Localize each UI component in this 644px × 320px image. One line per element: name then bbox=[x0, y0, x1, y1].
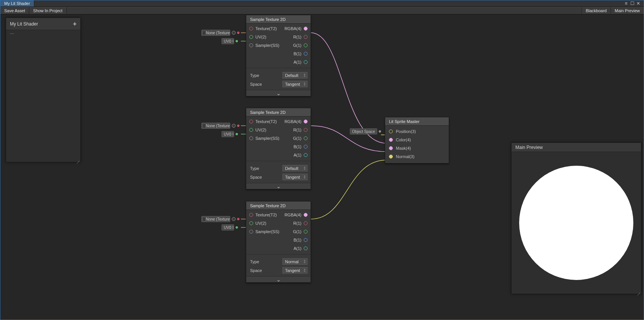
node-header[interactable]: Lit Sprite Master bbox=[385, 117, 449, 126]
connector-dot-icon bbox=[236, 133, 238, 135]
title-bar[interactable]: My Lit Shader ≡ ☐ ✕ bbox=[0, 0, 644, 7]
expand-preview-button[interactable]: ⌄ bbox=[246, 183, 311, 189]
port-in-normal[interactable] bbox=[389, 155, 393, 158]
type-dropdown[interactable]: Default‡ bbox=[282, 165, 308, 171]
blackboard-header[interactable]: My Lit Shader + bbox=[6, 18, 80, 30]
node-sample-texture-2d[interactable]: Sample Texture 2D Texture(T2) RGBA(4) UV… bbox=[246, 201, 311, 283]
port-label: B(1) bbox=[293, 51, 301, 56]
port-in-uv[interactable] bbox=[249, 35, 253, 39]
graph-canvas[interactable]: My Lit Shader + — Sample Text bbox=[1, 15, 643, 319]
port-in-position[interactable] bbox=[389, 130, 393, 133]
slot-output-icon bbox=[232, 217, 236, 221]
port-in-texture[interactable] bbox=[249, 27, 253, 30]
port-out-rgba[interactable] bbox=[304, 120, 308, 123]
port-out-a[interactable] bbox=[304, 60, 308, 64]
port-out-rgba[interactable] bbox=[304, 27, 308, 30]
node-lit-sprite-master[interactable]: Lit Sprite Master Object Space Position(… bbox=[385, 117, 449, 163]
preview-sphere[interactable] bbox=[519, 166, 633, 280]
close-icon[interactable]: ✕ bbox=[635, 1, 641, 6]
port-label: Texture(T2) bbox=[255, 119, 277, 124]
port-label: A(1) bbox=[293, 153, 301, 157]
port-out-r[interactable] bbox=[304, 221, 308, 225]
port-out-rgba[interactable] bbox=[304, 213, 308, 217]
port-in-color[interactable] bbox=[389, 138, 393, 142]
texture-slot[interactable]: None (Texture bbox=[201, 216, 239, 222]
chevron-down-icon: ‡ bbox=[303, 82, 306, 86]
port-out-g[interactable] bbox=[304, 136, 308, 140]
chevron-down-icon: ⌄ bbox=[276, 278, 281, 282]
space-dropdown[interactable]: Tangent‡ bbox=[282, 174, 308, 180]
type-dropdown[interactable]: Default‡ bbox=[282, 72, 308, 78]
main-preview-panel[interactable]: Main Preview bbox=[511, 142, 641, 294]
port-in-sampler[interactable] bbox=[249, 136, 253, 140]
port-label: Sampler(SS) bbox=[255, 43, 279, 48]
port-label: UV(2) bbox=[255, 128, 266, 132]
port-label: B(1) bbox=[293, 144, 301, 149]
node-sample-texture-2d[interactable]: Sample Texture 2D Texture(T2) RGBA(4) UV… bbox=[246, 108, 311, 189]
save-asset-button[interactable]: Save Asset bbox=[0, 7, 29, 14]
connector-dot-icon bbox=[237, 125, 239, 127]
texture-swatch-icon bbox=[204, 218, 204, 221]
port-in-texture[interactable] bbox=[249, 120, 253, 123]
uv-slot[interactable]: UV0‡ bbox=[222, 224, 238, 230]
space-label: Space bbox=[250, 175, 262, 179]
type-label: Type bbox=[250, 73, 259, 78]
resize-handle-icon[interactable] bbox=[76, 157, 80, 161]
node-header[interactable]: Sample Texture 2D bbox=[246, 202, 311, 210]
space-dropdown[interactable]: Tangent‡ bbox=[282, 267, 308, 274]
uv-slot[interactable]: UV0‡ bbox=[222, 38, 238, 44]
port-out-a[interactable] bbox=[304, 153, 308, 157]
texture-slot[interactable]: None (Texture bbox=[201, 123, 239, 129]
main-preview-header[interactable]: Main Preview bbox=[512, 143, 641, 152]
chevron-down-icon: ⌄ bbox=[276, 184, 281, 188]
window-tab[interactable]: My Lit Shader bbox=[0, 0, 34, 6]
port-in-mask[interactable] bbox=[389, 146, 393, 150]
port-label: RGBA(4) bbox=[284, 26, 301, 31]
port-out-r[interactable] bbox=[304, 128, 308, 132]
blackboard-panel[interactable]: My Lit Shader + — bbox=[6, 18, 81, 162]
port-in-texture[interactable] bbox=[249, 213, 253, 217]
dropdown-arrow-icon: ‡ bbox=[232, 39, 234, 43]
main-preview-toggle-button[interactable]: Main Preview bbox=[611, 7, 644, 14]
port-out-b[interactable] bbox=[304, 52, 308, 56]
node-sample-texture-2d[interactable]: Sample Texture 2D Texture(T2) RGBA(4) UV… bbox=[246, 15, 311, 96]
window-controls: ≡ ☐ ✕ bbox=[623, 1, 644, 6]
port-in-sampler[interactable] bbox=[249, 43, 253, 47]
port-out-b[interactable] bbox=[304, 238, 308, 242]
connector-dot-icon bbox=[237, 218, 239, 220]
blackboard-title: My Lit Shader bbox=[10, 21, 38, 27]
texture-slot[interactable]: None (Texture bbox=[201, 30, 239, 36]
show-in-project-button[interactable]: Show In Project bbox=[29, 7, 67, 14]
space-dropdown[interactable]: Tangent‡ bbox=[282, 81, 308, 87]
toolbar: Save Asset Show In Project Blackboard Ma… bbox=[0, 7, 644, 14]
expand-preview-button[interactable]: ⌄ bbox=[246, 276, 311, 282]
maximize-icon[interactable]: ☐ bbox=[629, 1, 635, 6]
connector-dot-icon bbox=[236, 40, 238, 42]
position-space-slot[interactable]: Object Space bbox=[350, 127, 381, 136]
port-out-r[interactable] bbox=[304, 35, 308, 39]
port-label: G(1) bbox=[293, 229, 301, 234]
blackboard-toggle-button[interactable]: Blackboard bbox=[582, 7, 611, 14]
chevron-down-icon: ‡ bbox=[303, 166, 306, 170]
port-in-uv[interactable] bbox=[249, 128, 253, 132]
node-header[interactable]: Sample Texture 2D bbox=[246, 108, 311, 117]
port-out-a[interactable] bbox=[304, 246, 308, 250]
type-dropdown[interactable]: Normal‡ bbox=[282, 258, 308, 265]
port-label: B(1) bbox=[293, 238, 301, 242]
resize-handle-icon[interactable] bbox=[636, 289, 640, 293]
port-label: G(1) bbox=[293, 43, 301, 48]
port-label: R(1) bbox=[293, 221, 301, 226]
menu-icon[interactable]: ≡ bbox=[623, 1, 629, 6]
port-in-uv[interactable] bbox=[249, 221, 253, 225]
port-out-b[interactable] bbox=[304, 145, 308, 149]
port-out-g[interactable] bbox=[304, 230, 308, 234]
port-in-sampler[interactable] bbox=[249, 230, 253, 234]
expand-preview-button[interactable]: ⌄ bbox=[246, 90, 311, 96]
port-label: RGBA(4) bbox=[284, 213, 301, 217]
dropdown-arrow-icon: ‡ bbox=[232, 132, 234, 136]
connector-dot-icon bbox=[379, 130, 381, 133]
port-out-g[interactable] bbox=[304, 43, 308, 47]
node-header[interactable]: Sample Texture 2D bbox=[246, 15, 311, 24]
add-property-button[interactable]: + bbox=[73, 21, 77, 27]
uv-slot[interactable]: UV0‡ bbox=[222, 131, 238, 137]
